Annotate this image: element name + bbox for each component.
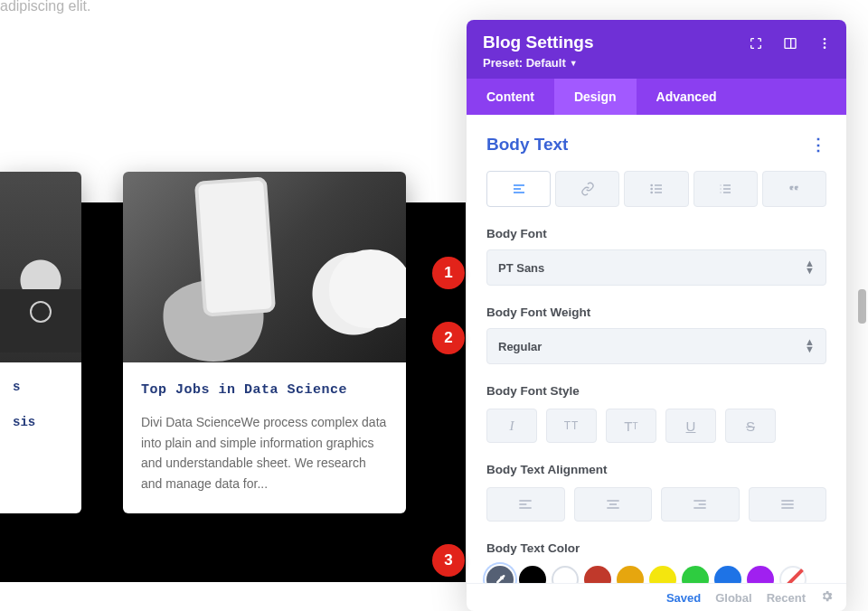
body-font-weight-select[interactable]: Regular ▲▼	[486, 328, 826, 364]
align-left-button[interactable]	[486, 487, 565, 522]
swatch-none[interactable]	[779, 566, 807, 583]
callout-3: 3	[432, 544, 465, 577]
eyedropper-icon	[494, 573, 507, 584]
seg-ul[interactable]	[624, 171, 688, 207]
body-font-label: Body Font	[486, 227, 826, 240]
swatch-white[interactable]	[552, 566, 579, 583]
blog-card[interactable]: Top Jobs in Data Science Divi Data Scien…	[123, 172, 406, 513]
body-font-value: PT Sans	[498, 261, 544, 275]
blog-card-partial: s sis	[0, 172, 81, 513]
swatch-orange[interactable]	[617, 566, 644, 583]
sort-caret-icon: ▲▼	[805, 339, 815, 352]
panel-tabs: Content Design Advanced	[467, 79, 846, 115]
mug-shape	[329, 249, 406, 328]
tab-advanced[interactable]: Advanced	[637, 79, 737, 115]
svg-point-7	[651, 188, 652, 189]
svg-point-6	[651, 184, 652, 185]
body-text-alignment-label: Body Text Alignment	[486, 463, 826, 476]
svg-point-4	[824, 42, 826, 45]
section-kebab-icon[interactable]: ⋮	[810, 136, 826, 153]
list-ol-icon	[718, 182, 732, 196]
page-preview: adipiscing elit. s sis Top Jobs in Data …	[0, 0, 466, 611]
underline-button[interactable]: U	[665, 409, 716, 443]
body-font-style-label: Body Font Style	[486, 384, 826, 398]
panel-body: Body Text ⋮ Body Font PT Sans ▲▼	[467, 115, 846, 583]
swatch-yellow[interactable]	[649, 566, 676, 583]
body-font-select[interactable]: PT Sans ▲▼	[486, 249, 826, 286]
scrollbar-thumb[interactable]	[858, 289, 866, 324]
body-font-weight-label: Body Font Weight	[486, 306, 826, 319]
kebab-menu-icon[interactable]	[812, 31, 837, 56]
svg-point-5	[824, 46, 826, 49]
phone-shape	[194, 176, 276, 316]
italic-button[interactable]: I	[486, 409, 537, 443]
preset-label: Preset: Default	[483, 56, 566, 70]
section-title[interactable]: Body Text	[486, 135, 568, 155]
laptop-icon	[0, 172, 81, 362]
callout-2: 2	[432, 322, 465, 354]
body-font-weight-value: Regular	[498, 340, 542, 353]
color-swatches	[486, 566, 826, 583]
swatch-blue[interactable]	[714, 566, 741, 583]
blog-settings-panel: Blog Settings Preset: Default ▼ Content …	[467, 20, 846, 611]
tab-content[interactable]: Content	[467, 79, 554, 115]
align-right-button[interactable]	[661, 487, 740, 522]
sort-caret-icon: ▲▼	[805, 260, 815, 274]
link-icon	[580, 182, 595, 196]
layout-toggle-icon[interactable]	[778, 31, 803, 56]
footer-saved[interactable]: Saved	[666, 591, 701, 605]
svg-point-8	[651, 192, 652, 193]
seg-link[interactable]	[555, 171, 619, 207]
swatch-green[interactable]	[682, 566, 709, 583]
align-left-icon	[512, 182, 526, 196]
card-title: s sis	[13, 379, 69, 432]
footer-recent[interactable]: Recent	[767, 591, 806, 605]
card-image	[0, 172, 81, 362]
expand-icon[interactable]	[743, 31, 769, 56]
alignment-buttons	[486, 487, 826, 522]
swatch-darkred[interactable]	[584, 566, 611, 583]
panel-footer: Saved Global Recent	[467, 583, 846, 611]
strikethrough-button[interactable]: S	[725, 409, 776, 443]
swatch-black[interactable]	[519, 566, 546, 583]
svg-point-3	[824, 38, 826, 41]
body-text-color-label: Body Text Color	[486, 541, 826, 555]
card-image	[123, 172, 406, 362]
footer-global[interactable]: Global	[715, 591, 751, 605]
card-title[interactable]: Top Jobs in Data Science	[141, 382, 388, 398]
list-ul-icon	[649, 182, 664, 196]
panel-header: Blog Settings Preset: Default ▼	[467, 20, 846, 79]
callout-1: 1	[432, 257, 465, 289]
swatch-purple[interactable]	[747, 566, 774, 583]
align-justify-button[interactable]	[749, 487, 827, 522]
seg-paragraph[interactable]	[486, 171, 551, 207]
color-picker-button[interactable]	[486, 566, 514, 583]
seg-quote[interactable]	[762, 171, 826, 207]
quote-icon	[787, 182, 801, 196]
caret-down-icon: ▼	[570, 59, 578, 68]
uppercase-button[interactable]: TT	[546, 409, 597, 443]
card-excerpt: Divi Data ScienceWe process complex data…	[141, 412, 388, 494]
preset-dropdown[interactable]: Preset: Default ▼	[483, 56, 830, 70]
tab-design[interactable]: Design	[554, 79, 637, 115]
seg-ol[interactable]	[693, 171, 758, 207]
gear-icon[interactable]	[820, 589, 834, 606]
align-center-button[interactable]	[574, 487, 653, 522]
smallcaps-button[interactable]: TT	[606, 409, 656, 443]
lorem-fragment: adipiscing elit.	[0, 0, 91, 14]
text-element-selector	[486, 171, 826, 207]
font-style-buttons: I TT TT U S	[486, 409, 826, 443]
